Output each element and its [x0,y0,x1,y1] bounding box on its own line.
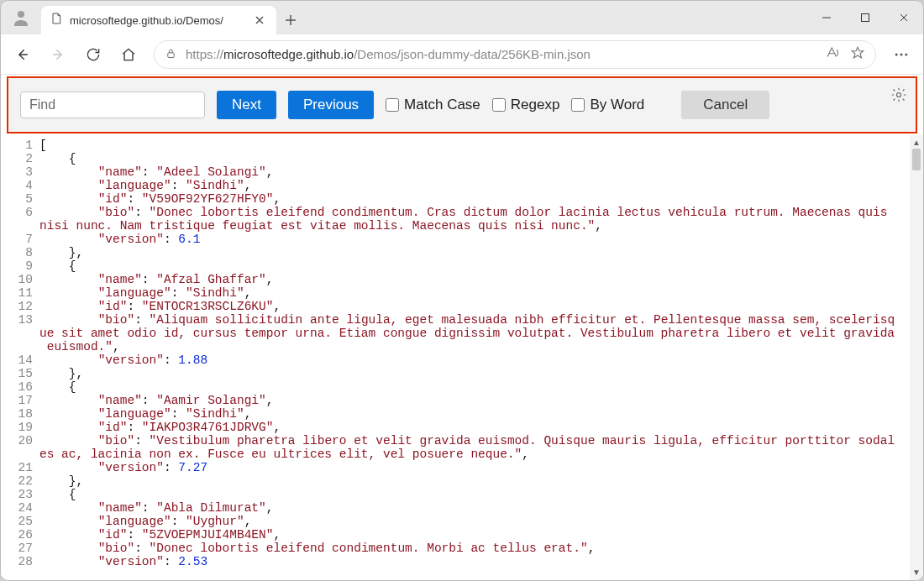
line-number: 1 [1,139,39,152]
by-word-label: By Word [590,97,644,113]
find-previous-button[interactable]: Previous [288,91,374,119]
code-area[interactable]: 1[2 {3 "name": "Adeel Solangi",4 "langua… [1,135,910,580]
window-close-button[interactable] [885,1,923,34]
code-line: "language": "Sindhi", [39,407,910,421]
code-line: "id": "ENTOCR13RSCLZ6KU", [39,300,910,313]
site-info-button[interactable] [165,47,177,62]
plus-icon [284,13,297,27]
line-number: 24 [1,501,39,515]
new-tab-button[interactable] [276,6,305,34]
find-bar-container: Next Previous Match Case Regexp By Word … [1,75,923,135]
code-line: ue sit amet odio id, cursus tempor urna.… [39,327,910,340]
url-path: /Demos/json-dummy-data/256KB-min.json [354,47,591,61]
code-line: "id": "5ZVOEPMJUI4MB4EN", [39,528,910,542]
line-number: 2 [1,152,39,165]
refresh-icon [85,46,102,63]
svg-point-6 [897,93,901,97]
browser-tab[interactable]: microsoftedge.github.io/Demos/ [41,6,276,34]
line-number: 18 [1,407,39,421]
code-line: "bio": "Donec lobortis eleifend condimen… [39,206,910,219]
code-line: "id": "V59OF92YF627HFY0", [39,192,910,206]
code-line: "version": 2.53 [39,555,910,568]
url-scheme: https:// [186,47,223,61]
url-text: https://microsoftedge.github.io/Demos/js… [186,47,591,61]
regexp-checkbox[interactable] [492,98,506,112]
code-line: "version": 6.1 [39,233,910,246]
toolbar: https://microsoftedge.github.io/Demos/js… [1,34,923,75]
code-line: [ [39,139,910,152]
code-line: "bio": "Vestibulum pharetra libero et ve… [39,434,910,448]
code-line: }, [39,474,910,488]
code-line: }, [39,367,910,380]
url-host: microsoftedge.github.io [223,47,354,61]
line-number: 9 [1,259,39,273]
tab-title: microsoftedge.github.io/Demos/ [70,14,244,27]
scroll-down-icon: ▼ [912,568,921,577]
browser-window: microsoftedge.github.io/Demos/ [0,0,924,581]
svg-rect-1 [862,14,869,22]
line-number: 13 [1,313,39,327]
line-number: 19 [1,421,39,434]
code-line: { [39,152,910,165]
by-word-checkbox[interactable] [571,98,585,112]
scrollbar-thumb[interactable] [912,149,921,170]
by-word-option[interactable]: By Word [571,97,644,113]
line-number: 26 [1,528,39,542]
regexp-option[interactable]: Regexp [492,97,560,113]
find-bar: Next Previous Match Case Regexp By Word … [7,76,917,133]
code-line: "bio": "Aliquam sollicitudin ante ligula… [39,313,910,327]
refresh-button[interactable] [76,38,110,71]
code-line: "version": 1.88 [39,353,910,367]
code-line: es ac, lacinia non ex. Fusce eu ultrices… [39,448,910,461]
line-number: 10 [1,273,39,286]
code-line: "language": "Sindhi", [39,179,910,192]
line-number: 4 [1,179,39,192]
code-line: { [39,380,910,394]
line-number: 21 [1,461,39,474]
window-controls [807,1,923,34]
line-number: 28 [1,555,39,568]
address-bar[interactable]: https://microsoftedge.github.io/Demos/js… [154,40,876,69]
scroll-up-icon: ▲ [912,139,921,147]
forward-button[interactable] [41,38,75,71]
read-aloud-button[interactable] [825,45,840,63]
line-number: 12 [1,300,39,313]
lock-icon [165,47,177,60]
line-number: 20 [1,434,39,448]
code-line: nisi nunc. Nam tristique feugiat est vit… [39,219,910,233]
back-button[interactable] [6,38,39,71]
window-minimize-button[interactable] [807,1,846,34]
read-aloud-icon [825,45,840,60]
svg-point-4 [900,53,903,55]
line-number: 15 [1,367,39,380]
code-line: "language": "Sindhi", [39,286,910,300]
code-line: "bio": "Donec lobortis eleifend condimen… [39,542,910,555]
line-number: 5 [1,192,39,206]
home-button[interactable] [112,38,145,71]
favorite-button[interactable] [850,45,865,63]
vertical-scrollbar[interactable]: ▲ ▼ [910,135,923,580]
svg-rect-2 [168,52,175,57]
find-input[interactable] [20,92,205,118]
match-case-label: Match Case [404,97,480,113]
match-case-option[interactable]: Match Case [386,97,480,113]
find-settings-button[interactable] [890,86,907,107]
settings-menu-button[interactable] [885,38,918,71]
code-line: "name": "Afzal Ghaffar", [39,273,910,286]
line-number [1,219,39,233]
minimize-icon [822,13,832,23]
tab-close-button[interactable] [251,12,268,29]
find-next-button[interactable]: Next [217,91,276,119]
more-horizontal-icon [893,46,910,63]
star-icon [850,45,865,60]
find-cancel-button[interactable]: Cancel [681,91,769,119]
line-number: 14 [1,353,39,367]
code-line: "name": "Abla Dilmurat", [39,501,910,515]
window-maximize-button[interactable] [846,1,885,34]
line-number [1,340,39,353]
profile-button[interactable] [1,1,41,34]
line-number: 3 [1,165,39,179]
line-number: 11 [1,286,39,300]
match-case-checkbox[interactable] [386,98,399,112]
svg-point-3 [895,53,898,55]
